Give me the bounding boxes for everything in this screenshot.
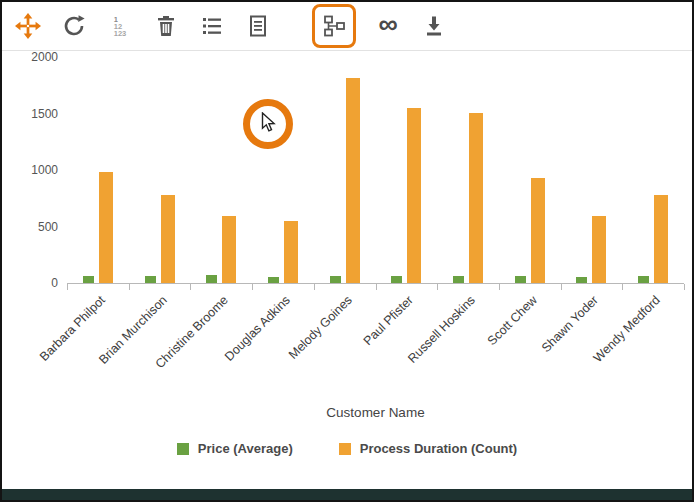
move-icon [15,13,41,39]
x-axis-label: Douglas Adkins [222,293,293,364]
number-format-icon: 1 12 123 [114,16,127,37]
refresh-button[interactable] [56,8,92,44]
bar-series-0 [268,277,279,283]
x-axis-tick [67,284,68,290]
legend: Price (Average)Process Duration (Count) [2,441,692,456]
bar-group [67,58,129,283]
report-button[interactable] [240,8,276,44]
plot-area [67,58,684,284]
x-axis-tick [622,284,623,290]
x-axis-label: Scott Chew [485,293,540,348]
bar-series-1 [469,113,483,283]
bar-series-0 [330,276,341,283]
bar-series-0 [83,276,94,283]
legend-swatch [339,443,351,455]
bar-group [129,58,191,283]
x-axis-tick [499,284,500,290]
bar-series-1 [161,195,175,283]
list-icon [200,14,224,38]
flowchart-icon [322,14,346,38]
x-axis-tick [252,284,253,290]
bar-series-0 [515,276,526,283]
delete-button[interactable] [148,8,184,44]
move-button[interactable] [10,8,46,44]
y-axis-tick-label: 1500 [2,107,58,121]
x-axis-tick [437,284,438,290]
infinity-icon: ∞ [378,11,397,38]
download-button[interactable] [416,8,452,44]
x-axis-label: Barbara Philpot [37,293,108,364]
footer-bar [2,489,692,500]
x-axis-tick [190,284,191,290]
refresh-icon [62,14,86,38]
bar-series-1 [222,216,236,284]
infinity-button[interactable]: ∞ [370,8,406,44]
bar-series-0 [145,276,156,283]
bar-series-1 [99,172,113,283]
x-axis-tick [376,284,377,290]
toolbar: 1 12 123 [2,2,692,51]
x-axis-tick [314,284,315,290]
x-axis-tick [561,284,562,290]
x-axis-label: Melody Goines [286,293,355,362]
report-icon [246,14,270,38]
bar-series-1 [531,178,545,283]
legend-item-1[interactable]: Process Duration (Count) [339,441,517,456]
bar-series-1 [592,216,606,284]
bar-series-0 [576,277,587,283]
trash-icon [154,14,178,38]
bar-series-0 [638,276,649,283]
chart-section: Customer Name Price (Average)Process Dur… [2,51,692,453]
bar-group [499,58,561,283]
bar-group [190,58,252,283]
y-axis-tick-label: 0 [2,276,58,290]
bar-group [561,58,623,283]
y-axis-tick-label: 2000 [2,50,58,64]
bar-series-0 [391,276,402,283]
bar-group [376,58,438,283]
x-axis-tick [129,284,130,290]
bar-series-0 [206,275,217,283]
legend-label: Price (Average) [198,441,293,456]
y-axis-tick-label: 500 [2,220,58,234]
app-window: 1 12 123 [0,0,694,502]
x-axis-title: Customer Name [67,405,684,420]
bar-series-1 [284,221,298,283]
legend-label: Process Duration (Count) [360,441,517,456]
bar-series-1 [654,195,668,283]
x-axis-tick [684,284,685,290]
legend-swatch [177,443,189,455]
bar-group [252,58,314,283]
x-axis-label: Shawn Yoder [539,293,601,355]
x-axis-label: Russell Hoskins [405,293,478,366]
y-axis-tick-label: 1000 [2,163,58,177]
bar-group [314,58,376,283]
bar-series-0 [453,276,464,283]
download-icon [422,14,446,38]
toolbar-highlight-box [312,4,356,48]
bar-group [622,58,684,283]
bar-series-1 [346,78,360,283]
process-flow-button[interactable] [316,8,352,44]
x-axis-label: Paul Pfister [361,293,416,348]
legend-item-0[interactable]: Price (Average) [177,441,293,456]
bar-group [437,58,499,283]
number-format-button[interactable]: 1 12 123 [102,8,138,44]
x-axis-label: Wendy Medford [591,293,663,365]
bar-series-1 [407,108,421,284]
list-view-button[interactable] [194,8,230,44]
